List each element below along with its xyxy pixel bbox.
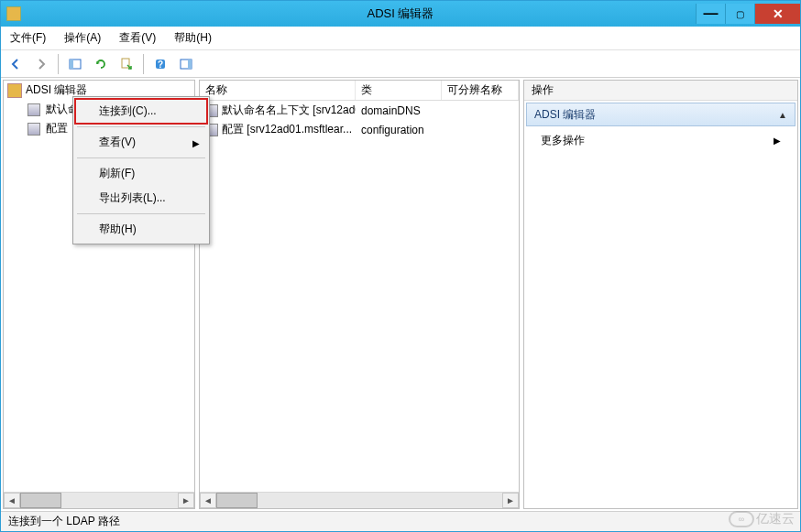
ctx-view[interactable]: 查看(V) ▶: [75, 130, 207, 155]
scroll-track[interactable]: [20, 493, 178, 508]
close-button[interactable]: ✕: [754, 4, 800, 24]
ctx-separator: [77, 126, 205, 127]
show-action-pane-button[interactable]: [175, 53, 197, 75]
menu-help[interactable]: 帮助(H): [170, 28, 215, 48]
row-name-text: 配置 [srv12ad01.msftlear...: [222, 122, 352, 137]
svg-text:?: ?: [158, 60, 163, 70]
tree-item-label: 配置: [46, 121, 68, 136]
toolbar-separator: [143, 54, 144, 74]
collapse-arrow-icon: ▲: [778, 110, 787, 120]
action-more[interactable]: 更多操作 ▶: [524, 128, 797, 153]
minimize-button[interactable]: —: [696, 4, 725, 24]
row-name-text: 默认命名名上下文 [srv12ad0...: [222, 103, 356, 118]
svg-rect-1: [70, 60, 73, 69]
submenu-arrow-icon: ▶: [192, 137, 200, 147]
action-title-text: ADSI 编辑器: [534, 107, 596, 123]
cell-class: configuration: [356, 122, 442, 138]
statusbar: 连接到一个 LDAP 路径: [1, 511, 800, 531]
container-icon: [27, 123, 40, 136]
action-pane: 操作 ADSI 编辑器 ▲ 更多操作 ▶: [523, 80, 798, 509]
action-pane-header: 操作: [524, 81, 797, 101]
col-header-dn[interactable]: 可分辨名称: [442, 81, 519, 100]
scroll-right-button[interactable]: ►: [178, 493, 194, 508]
export-list-button[interactable]: [115, 53, 137, 75]
list-hscrollbar[interactable]: ◄ ►: [200, 492, 519, 508]
cell-name: 默认命名名上下文 [srv12ad0...: [200, 101, 356, 120]
scroll-right-button[interactable]: ►: [502, 493, 519, 508]
menu-file[interactable]: 文件(F): [6, 28, 49, 48]
list-pane: 名称 类 可分辨名称 默认命名名上下文 [srv12ad0... domainD…: [199, 80, 520, 509]
menu-action[interactable]: 操作(A): [60, 28, 104, 48]
ctx-help[interactable]: 帮助(H): [75, 217, 207, 242]
window-controls: — ▢ ✕: [696, 4, 800, 24]
maximize-button[interactable]: ▢: [725, 4, 754, 24]
container-icon: [27, 103, 40, 116]
refresh-button[interactable]: [90, 53, 112, 75]
app-icon: [6, 6, 21, 21]
col-header-class[interactable]: 类: [356, 81, 442, 100]
ctx-separator: [77, 213, 205, 214]
scroll-left-button[interactable]: ◄: [200, 493, 216, 508]
help-button[interactable]: ?: [149, 53, 171, 75]
tree-hscrollbar[interactable]: ◄ ►: [4, 492, 194, 508]
nav-back-button[interactable]: [5, 53, 27, 75]
menu-view[interactable]: 查看(V): [115, 28, 159, 48]
toolbar-separator: [58, 54, 59, 74]
nav-forward-button[interactable]: [30, 53, 52, 75]
list-content: 默认命名名上下文 [srv12ad0... domainDNS 配置 [srv1…: [200, 101, 519, 492]
ctx-view-label: 查看(V): [99, 136, 136, 148]
show-hide-tree-button[interactable]: [64, 53, 86, 75]
context-menu: 连接到(C)... 查看(V) ▶ 刷新(F) 导出列表(L)... 帮助(H): [72, 96, 210, 244]
list-row[interactable]: 默认命名名上下文 [srv12ad0... domainDNS: [200, 101, 519, 120]
scroll-thumb[interactable]: [20, 493, 61, 508]
ctx-refresh[interactable]: 刷新(F): [75, 161, 207, 186]
titlebar: ADSI 编辑器 — ▢ ✕: [1, 1, 800, 27]
window-title: ADSI 编辑器: [368, 5, 434, 22]
app-window: ADSI 编辑器 — ▢ ✕ 文件(F) 操作(A) 查看(V) 帮助(H) ?…: [0, 0, 801, 532]
cell-class: domainDNS: [356, 103, 442, 119]
action-more-label: 更多操作: [541, 133, 585, 148]
cell-name: 配置 [srv12ad01.msftlear...: [200, 120, 356, 139]
toolbar: ?: [1, 50, 800, 78]
list-header: 名称 类 可分辨名称: [200, 81, 519, 101]
scroll-left-button[interactable]: ◄: [4, 493, 20, 508]
scroll-track[interactable]: [216, 493, 502, 508]
action-group-title[interactable]: ADSI 编辑器 ▲: [526, 103, 796, 126]
submenu-arrow-icon: ▶: [774, 136, 781, 146]
svg-rect-6: [188, 60, 192, 69]
cell-dn: [442, 109, 453, 113]
menubar: 文件(F) 操作(A) 查看(V) 帮助(H): [1, 27, 800, 50]
ctx-connect-to[interactable]: 连接到(C)...: [75, 99, 207, 124]
cell-dn: [442, 128, 453, 132]
list-row[interactable]: 配置 [srv12ad01.msftlear... configuration: [200, 120, 519, 139]
adsi-editor-icon: [7, 83, 22, 98]
col-header-name[interactable]: 名称: [200, 81, 356, 100]
scroll-thumb[interactable]: [216, 493, 258, 508]
status-text: 连接到一个 LDAP 路径: [8, 514, 120, 529]
ctx-export-list[interactable]: 导出列表(L)...: [75, 186, 207, 211]
ctx-separator: [77, 157, 205, 158]
